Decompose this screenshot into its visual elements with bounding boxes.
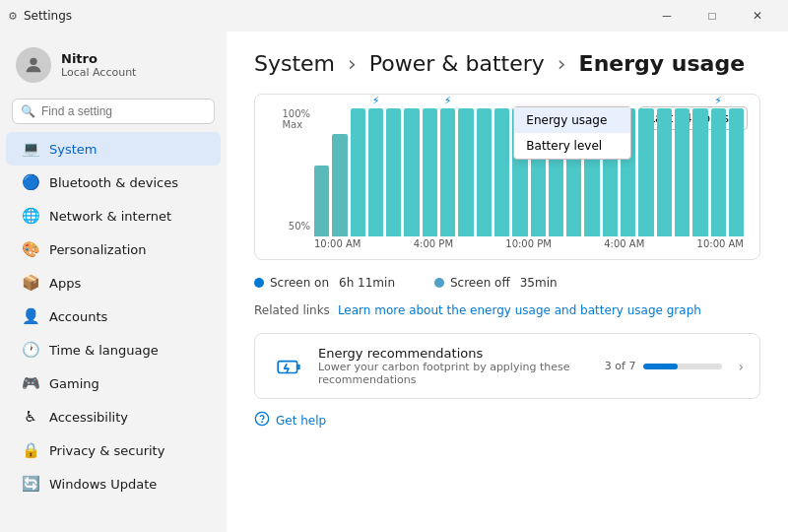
sidebar-item-update[interactable]: 🔄 Windows Update (6, 467, 221, 500)
progress-bar-fill (643, 364, 677, 369)
bar (332, 134, 347, 236)
system-icon: 💻 (22, 140, 39, 158)
related-label: Related links (254, 303, 330, 317)
stat-screen-off: Screen off 35min (434, 276, 558, 290)
bar-group (494, 108, 509, 236)
y-label-mid: 50% (289, 221, 310, 232)
gaming-icon: 🎮 (22, 374, 39, 392)
bluetooth-icon: 🔵 (22, 173, 39, 191)
breadcrumb-sep1: › (348, 51, 363, 76)
screen-on-label: Screen on (270, 276, 329, 290)
bar-group (314, 108, 329, 236)
sidebar-item-personalization[interactable]: 🎨 Personalization (6, 233, 221, 266)
maximize-button[interactable]: □ (690, 0, 735, 32)
screen-on-dot (254, 278, 264, 288)
rec-text: Energy recommendations Lower your carbon… (318, 346, 605, 386)
rec-fraction: 3 of 7 (605, 360, 636, 372)
bar-group (404, 108, 419, 236)
x-label-4: 10:00 AM (697, 238, 744, 249)
screen-off-label: Screen off (450, 276, 510, 290)
chart-type-battery[interactable]: Battery level (514, 133, 630, 159)
bar (314, 166, 329, 236)
recommendations-card[interactable]: Energy recommendations Lower your carbon… (254, 333, 760, 399)
sidebar-item-label: Privacy & security (49, 443, 164, 458)
screen-off-dot (434, 278, 444, 288)
search-box[interactable]: 🔍 (12, 99, 215, 124)
bar-group (729, 108, 744, 236)
related-link[interactable]: Learn more about the energy usage and ba… (338, 303, 701, 317)
window-controls: ─ □ ✕ (644, 0, 780, 32)
update-icon: 🔄 (22, 475, 39, 493)
x-label-1: 4:00 PM (414, 238, 453, 249)
bar (458, 108, 473, 236)
personalization-icon: 🎨 (22, 240, 39, 258)
progress-bar-bg (643, 364, 722, 369)
y-axis: 100%Max 50% (263, 108, 310, 232)
sidebar-item-system[interactable]: 💻 System (6, 132, 221, 166)
user-role: Local Account (61, 66, 136, 79)
chart-type-energy[interactable]: Energy usage (514, 107, 630, 133)
sidebar-item-label: Personalization (49, 242, 147, 257)
bar (477, 108, 492, 236)
user-info: Nitro Local Account (61, 51, 136, 79)
bar-group (423, 108, 437, 236)
bar (440, 108, 455, 236)
lightning-icon: ⚡ (372, 95, 380, 107)
breadcrumb-power: Power & battery (369, 51, 545, 76)
sidebar-item-label: Bluetooth & devices (49, 175, 178, 190)
sidebar-item-label: Gaming (49, 376, 99, 391)
sidebar-item-network[interactable]: 🌐 Network & internet (6, 199, 221, 233)
main-content: System › Power & battery › Energy usage … (227, 32, 788, 532)
lightning-icon: ⚡ (444, 95, 452, 107)
x-label-0: 10:00 AM (314, 238, 361, 249)
minimize-button[interactable]: ─ (644, 0, 690, 32)
sidebar-item-accessibility[interactable]: ♿ Accessibility (6, 400, 221, 433)
rec-icon (271, 349, 306, 384)
svg-point-3 (262, 422, 263, 423)
chevron-right-icon: › (738, 359, 744, 374)
get-help[interactable]: Get help (254, 411, 760, 431)
sidebar-item-label: Accessibility (49, 410, 128, 425)
sidebar-item-label: Time & language (49, 343, 159, 358)
breadcrumb-sep2: › (558, 51, 573, 76)
sidebar-item-privacy[interactable]: 🔒 Privacy & security (6, 433, 221, 467)
sidebar-item-apps[interactable]: 📦 Apps (6, 266, 221, 299)
bar-group: ⚡ (711, 108, 726, 236)
sidebar-item-time[interactable]: 🕐 Time & language (6, 333, 221, 366)
chart-type-dropdown[interactable]: Energy usage Battery level (513, 106, 631, 160)
sidebar-item-accounts[interactable]: 👤 Accounts (6, 299, 221, 333)
stat-screen-on: Screen on 6h 11min (254, 276, 395, 290)
network-icon: 🌐 (22, 207, 39, 225)
bar-group (332, 108, 347, 236)
bar (711, 108, 726, 236)
screen-off-value: 35min (520, 276, 558, 290)
stats-row: Screen on 6h 11min Screen off 35min (254, 276, 760, 290)
sidebar-item-gaming[interactable]: 🎮 Gaming (6, 366, 221, 400)
sidebar-item-bluetooth[interactable]: 🔵 Bluetooth & devices (6, 166, 221, 199)
bar-group (692, 108, 707, 236)
user-name: Nitro (61, 51, 136, 66)
nav-list: 💻 System 🔵 Bluetooth & devices 🌐 Network… (0, 132, 227, 500)
rec-title: Energy recommendations (318, 346, 605, 361)
close-button[interactable]: ✕ (735, 0, 780, 32)
bar (638, 108, 653, 236)
privacy-icon: 🔒 (22, 441, 39, 459)
bar (368, 108, 383, 236)
bar-group (675, 108, 690, 236)
x-label-2: 10:00 PM (505, 238, 552, 249)
app-body: Nitro Local Account 🔍 💻 System 🔵 Bluetoo… (0, 32, 788, 532)
svg-point-0 (30, 58, 36, 65)
bar (351, 108, 365, 236)
sidebar-item-label: Network & internet (49, 209, 171, 224)
bar-group (638, 108, 653, 236)
time-icon: 🕐 (22, 341, 39, 359)
bar (657, 108, 672, 236)
apps-icon: 📦 (22, 274, 39, 292)
help-icon (254, 411, 270, 431)
sidebar: Nitro Local Account 🔍 💻 System 🔵 Bluetoo… (0, 32, 227, 532)
bar (494, 108, 509, 236)
bar-group (351, 108, 365, 236)
bar-group (657, 108, 672, 236)
bar (692, 108, 707, 236)
search-input[interactable] (41, 104, 206, 118)
